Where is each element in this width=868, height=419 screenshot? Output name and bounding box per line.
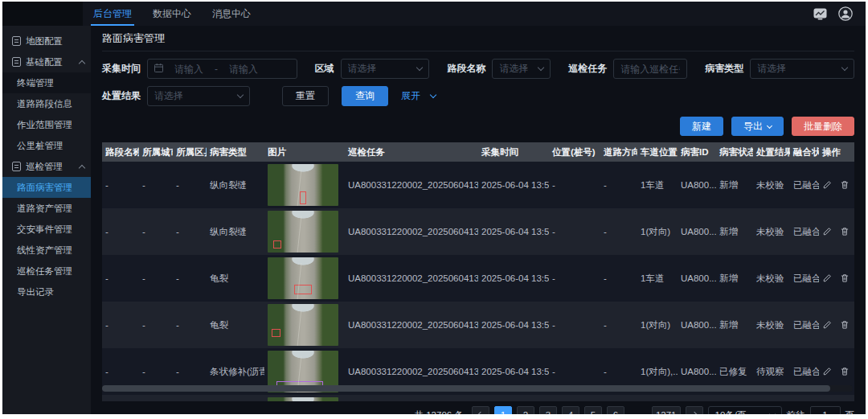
cell-road-name: -	[102, 255, 139, 302]
delete-icon[interactable]	[840, 367, 850, 376]
table-row-partial	[102, 395, 854, 401]
table-row: ---纵向裂缝UA800331220002_202506041338520592…	[102, 208, 854, 255]
result-select[interactable]: 请选择	[147, 86, 250, 106]
sidebar-item-sub[interactable]: 交安事件管理	[2, 219, 91, 240]
delete-icon[interactable]	[840, 180, 850, 190]
cell-fusion: 已融合	[790, 208, 819, 255]
road-name-select[interactable]: 请选择	[492, 59, 551, 79]
sidebar-item-label: 作业范围管理	[17, 119, 72, 131]
road-photo-thumbnail[interactable]	[268, 211, 338, 253]
sidebar-item-label: 公里桩管理	[17, 140, 63, 152]
tab-message-center[interactable]: 消息中心	[202, 2, 261, 26]
sidebar-item-sub[interactable]: 作业范围管理	[2, 114, 91, 135]
edit-icon[interactable]	[822, 273, 832, 283]
edit-icon[interactable]	[822, 227, 832, 236]
sidebar-item-sub[interactable]: 巡检任务管理	[2, 261, 91, 281]
detection-box	[272, 329, 280, 337]
page-button-6[interactable]: 6	[607, 406, 624, 414]
cell-direction: -	[600, 255, 637, 302]
column-header: 车道位置	[637, 142, 678, 162]
cell-county: -	[173, 302, 207, 348]
sidebar-item-sub[interactable]: 终端管理	[2, 72, 91, 93]
page-button-3[interactable]: 3	[539, 406, 557, 414]
tab-data-center[interactable]: 数据中心	[142, 2, 202, 26]
batch-delete-button[interactable]: 批量删除	[792, 117, 854, 136]
delete-icon[interactable]	[840, 320, 850, 330]
cell-city: -	[139, 208, 173, 255]
cell-lane: 1车道	[637, 255, 678, 302]
cell-position: -	[549, 255, 600, 302]
road-photo-thumbnail[interactable]	[268, 257, 338, 299]
page-button-5[interactable]: 5	[584, 406, 602, 414]
page-button-last[interactable]: 1271	[652, 406, 681, 414]
horizontal-scrollbar[interactable]	[102, 385, 853, 392]
chevron-up-icon	[79, 164, 85, 170]
cell-photo	[264, 162, 345, 208]
chevron-right-icon	[690, 412, 697, 414]
page-button-1[interactable]: 1	[494, 406, 512, 414]
prev-page-button[interactable]	[472, 406, 489, 414]
cell-operations	[819, 208, 854, 255]
disease-type-select[interactable]: 请选择	[750, 59, 854, 79]
edit-icon[interactable]	[822, 180, 832, 190]
sidebar-item-sub[interactable]: 公里桩管理	[2, 135, 91, 156]
delete-icon[interactable]	[840, 227, 850, 236]
user-avatar-icon[interactable]	[838, 6, 853, 21]
collect-time-range-picker[interactable]: -	[147, 59, 297, 79]
jump-page-input[interactable]	[810, 406, 841, 414]
sidebar-item-label: 道路资产管理	[17, 203, 72, 215]
detection-box	[273, 240, 281, 249]
sidebar-item-group[interactable]: 巡检管理	[2, 156, 91, 177]
road-photo-thumbnail[interactable]	[268, 304, 338, 346]
cell-lane: 1(对向)	[637, 208, 678, 255]
edit-icon[interactable]	[822, 320, 832, 330]
road-photo-thumbnail[interactable]	[268, 397, 338, 401]
cell-disease-id: UA800...	[678, 255, 716, 302]
create-button[interactable]: 新建	[680, 117, 723, 136]
export-button[interactable]: 导出	[731, 117, 784, 136]
region-select[interactable]: 请选择	[341, 59, 430, 79]
next-page-button[interactable]	[686, 406, 703, 414]
page-size-select[interactable]: 10条/页	[708, 406, 782, 414]
screen-monitor-icon[interactable]	[813, 8, 827, 20]
cell-direction: -	[600, 162, 637, 208]
cell-collect-time: 2025-06-04 13:50	[478, 255, 549, 302]
inspection-task-input[interactable]	[620, 64, 680, 75]
reset-button[interactable]: 重置	[282, 86, 329, 106]
chevron-down-icon	[538, 64, 544, 71]
table-row: ---龟裂UA800331220002_20250604133852059202…	[102, 255, 854, 302]
column-header: 融合状态	[790, 142, 819, 162]
delete-icon[interactable]	[840, 273, 850, 283]
column-header: 位置(桩号)	[549, 142, 600, 162]
sidebar-item-sub[interactable]: 线性资产管理	[2, 240, 91, 261]
expand-filters-link[interactable]: 展开	[401, 89, 436, 103]
sidebar-item-top[interactable]: 地图配置	[2, 31, 91, 51]
cell-position: -	[549, 162, 600, 208]
column-header: 图片	[264, 142, 345, 162]
sidebar-item-group[interactable]: 基础配置	[2, 51, 91, 72]
sidebar-item-sub[interactable]: 导出记录	[2, 281, 91, 302]
cell-fusion: 已融合	[790, 302, 819, 348]
column-header: 病害ID	[678, 142, 716, 162]
cell-road-name: -	[102, 162, 139, 208]
cell-county: -	[173, 162, 207, 208]
sidebar-item-sub[interactable]: 道路路段信息	[2, 93, 91, 114]
cell-result: 未校验	[753, 208, 790, 255]
sidebar-item-label: 交安事件管理	[17, 224, 72, 236]
disease-type-select-value: 请选择	[757, 62, 786, 76]
road-photo-thumbnail[interactable]	[268, 164, 338, 206]
edit-icon[interactable]	[822, 367, 832, 376]
cell-direction	[600, 395, 637, 401]
sidebar-item-sub[interactable]: 道路资产管理	[2, 198, 91, 219]
cell-road-name: -	[102, 302, 139, 348]
inspection-task-input-box[interactable]	[613, 59, 687, 79]
page-button-4[interactable]: 4	[562, 406, 579, 414]
page-button-2[interactable]: 2	[517, 406, 534, 414]
collect-time-start-input[interactable]	[168, 64, 210, 75]
tab-backend-management[interactable]: 后台管理	[83, 2, 142, 26]
sidebar-item-active[interactable]: 路面病害管理	[2, 177, 91, 198]
scrollbar-thumb[interactable]	[102, 385, 830, 392]
search-button[interactable]: 查询	[342, 86, 388, 106]
collect-time-end-input[interactable]	[223, 64, 264, 75]
cell-city: -	[139, 302, 173, 348]
